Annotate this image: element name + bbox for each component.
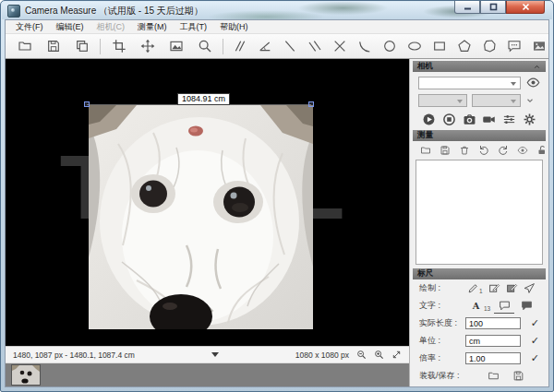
close-icon bbox=[522, 3, 530, 11]
fit-screen-icon[interactable] bbox=[391, 350, 402, 361]
rectangle-icon bbox=[432, 39, 447, 53]
edit-fill-style-button[interactable] bbox=[504, 281, 520, 296]
menu-measure[interactable]: 测量(M) bbox=[131, 20, 174, 33]
visibility-eye-icon[interactable] bbox=[517, 145, 528, 156]
menu-camera[interactable]: 相机(C) bbox=[90, 20, 132, 33]
cross-lines-button[interactable] bbox=[327, 36, 352, 57]
measure-open-folder-icon[interactable] bbox=[420, 145, 431, 156]
scale-input[interactable] bbox=[465, 352, 521, 364]
arrow-style-button[interactable] bbox=[522, 281, 537, 296]
save-icon bbox=[46, 39, 61, 53]
actual-length-input[interactable] bbox=[465, 317, 521, 329]
menu-tools[interactable]: 工具(T) bbox=[174, 20, 214, 33]
circle-tool-button[interactable] bbox=[377, 36, 402, 57]
toolbar-separator bbox=[223, 39, 223, 54]
menu-edit[interactable]: 编辑(E) bbox=[50, 20, 90, 33]
ruler-load-folder-icon[interactable] bbox=[488, 370, 500, 382]
camera-resolution-select[interactable] bbox=[418, 94, 467, 107]
arc-tool-button[interactable] bbox=[352, 36, 377, 57]
minimize-button[interactable] bbox=[454, 1, 480, 14]
image-thumbnail[interactable] bbox=[11, 364, 41, 386]
app-frame: 文件(F) 编辑(E) 相机(C) 测量(M) 工具(T) 帮助(H) bbox=[5, 19, 549, 387]
actual-length-apply-check[interactable]: ✓ bbox=[531, 317, 539, 329]
zoom-tool-button[interactable] bbox=[190, 36, 219, 57]
camera-settings-gear-button[interactable] bbox=[523, 113, 536, 126]
polygon-tool-button[interactable] bbox=[476, 36, 501, 57]
measure-section-header[interactable]: 测量 bbox=[413, 130, 546, 141]
camera-section-title: 相机 bbox=[417, 61, 433, 72]
chevron-up-icon bbox=[533, 63, 541, 71]
image-canvas[interactable]: TRIAL bbox=[6, 59, 409, 346]
copy-button[interactable] bbox=[67, 36, 96, 57]
font-style-button[interactable]: A bbox=[465, 299, 486, 314]
camera-controls-row bbox=[413, 109, 546, 130]
unit-row: 单位 : ✓ bbox=[413, 332, 546, 350]
menu-file[interactable]: 文件(F) bbox=[9, 20, 50, 33]
redo-icon[interactable] bbox=[498, 145, 509, 156]
move-tool-button[interactable] bbox=[133, 36, 162, 57]
unit-input[interactable] bbox=[465, 335, 521, 347]
scale-row: 倍率 : ✓ bbox=[413, 350, 546, 367]
label-bubble-filled-button[interactable] bbox=[516, 299, 536, 314]
ruler-save-icon[interactable] bbox=[512, 370, 524, 382]
single-line-button[interactable] bbox=[277, 36, 302, 57]
rectangle-tool-button[interactable] bbox=[427, 36, 452, 57]
undo-icon[interactable] bbox=[478, 145, 489, 156]
unlock-icon[interactable] bbox=[536, 145, 548, 156]
zoom-in-icon[interactable] bbox=[373, 350, 384, 361]
dog-photo[interactable] bbox=[89, 105, 313, 329]
camera-format-row bbox=[413, 91, 546, 109]
measurement-handle-left[interactable] bbox=[84, 101, 90, 107]
save-button[interactable] bbox=[39, 36, 67, 57]
line-measure-button[interactable] bbox=[227, 36, 252, 57]
image-adjust-button[interactable] bbox=[162, 36, 190, 57]
camera-device-select[interactable] bbox=[418, 77, 521, 89]
measurement-value-label[interactable]: 1084.91 cm bbox=[177, 93, 230, 105]
crop-icon bbox=[112, 39, 126, 53]
zoom-out-icon[interactable] bbox=[355, 350, 367, 361]
measurement-handle-right[interactable] bbox=[308, 101, 314, 107]
maximize-button[interactable] bbox=[480, 1, 506, 14]
ellipse-icon bbox=[407, 39, 422, 53]
draw-label: 绘制 : bbox=[419, 282, 465, 294]
camera-section-header[interactable]: 相机 bbox=[413, 61, 546, 72]
text-style-row: 文字 : A 13 bbox=[413, 297, 546, 315]
svg-text:A: A bbox=[471, 301, 479, 311]
chevron-down-icon[interactable] bbox=[525, 96, 535, 105]
font-size-value: 13 bbox=[484, 305, 490, 312]
load-save-label: 装载/保存 : bbox=[419, 370, 476, 382]
crop-tool-button[interactable] bbox=[104, 36, 133, 57]
measurement-list[interactable] bbox=[416, 160, 543, 265]
menu-help[interactable]: 帮助(H) bbox=[213, 20, 255, 33]
label-bubble-button[interactable] bbox=[494, 298, 514, 314]
stop-button[interactable] bbox=[442, 113, 456, 126]
edit-line-style-button[interactable] bbox=[487, 281, 502, 296]
parallel-lines-button[interactable] bbox=[302, 36, 327, 57]
comment-tool-button[interactable] bbox=[501, 36, 526, 57]
tune-sliders-button[interactable] bbox=[502, 113, 516, 126]
measure-save-icon[interactable] bbox=[440, 145, 451, 156]
close-button[interactable] bbox=[506, 1, 545, 14]
pentagon-tool-button[interactable] bbox=[452, 36, 476, 57]
actual-length-label: 实际长度 : bbox=[419, 317, 465, 329]
snapshot-camera-button[interactable] bbox=[463, 113, 476, 126]
angle-measure-button[interactable] bbox=[252, 36, 277, 57]
window-controls bbox=[454, 1, 545, 14]
canvas-column: TRIAL bbox=[6, 59, 410, 386]
collapse-strip-arrow-icon[interactable] bbox=[211, 352, 219, 361]
minimize-icon bbox=[464, 3, 472, 11]
scale-apply-check[interactable]: ✓ bbox=[531, 352, 539, 364]
magnifier-icon bbox=[198, 39, 212, 53]
record-video-button[interactable] bbox=[482, 113, 496, 126]
ruler-section-header[interactable]: 标尺 bbox=[413, 268, 546, 279]
picture-icon bbox=[532, 39, 547, 53]
delete-trash-icon[interactable] bbox=[459, 145, 470, 156]
camera-format-select[interactable] bbox=[472, 94, 521, 107]
ellipse-tool-button[interactable] bbox=[402, 36, 427, 57]
camera-preview-eye-icon[interactable] bbox=[526, 76, 540, 89]
unit-apply-check[interactable]: ✓ bbox=[531, 335, 539, 347]
play-button[interactable] bbox=[422, 113, 436, 126]
insert-image-button[interactable] bbox=[526, 36, 551, 57]
line-icon bbox=[283, 39, 297, 53]
open-file-button[interactable] bbox=[10, 36, 39, 57]
